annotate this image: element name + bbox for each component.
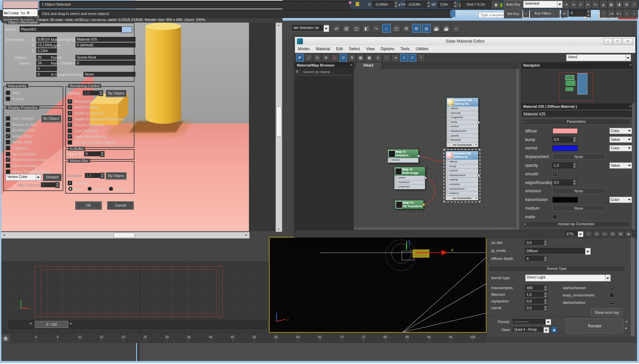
browser-body[interactable] xyxy=(295,76,354,230)
param-row-smooth[interactable]: smooth✓ xyxy=(525,170,632,178)
set-key-filters-icon[interactable]: ∘ xyxy=(523,10,529,17)
node-slot-normal[interactable]: normal xyxy=(446,169,478,173)
browser-menu-icon[interactable]: ≡ xyxy=(296,69,298,74)
node-slot-projection[interactable]: projection xyxy=(394,185,425,189)
checkbox[interactable] xyxy=(6,91,10,95)
vertex-color-arrow-icon[interactable] xyxy=(36,174,41,181)
rrprob-spinner[interactable] xyxy=(543,305,548,311)
checkbox-row[interactable]: Vertex Ticks xyxy=(6,139,50,145)
node-header[interactable]: Material #26Glossy M...− xyxy=(447,98,478,106)
param-row-normal[interactable]: normalColor xyxy=(525,144,632,153)
node-slot-filmwidth[interactable]: filmwidth xyxy=(447,138,478,143)
pick-material-icon[interactable]: ╱ xyxy=(305,54,313,62)
timeline-tick[interactable]: 50 xyxy=(249,335,259,339)
checkbox[interactable]: ✓ xyxy=(68,122,72,127)
playback-prev-icon[interactable]: ◄| xyxy=(570,0,577,9)
pan-hand-icon[interactable]: ◈ xyxy=(625,231,632,237)
node-output-connector[interactable] xyxy=(422,203,425,206)
selection-set-arrow-icon[interactable] xyxy=(323,25,329,32)
checkbox-row[interactable]: Trajectory xyxy=(6,145,50,151)
coord-z-spinner[interactable] xyxy=(453,1,458,8)
checkbox-row[interactable]: Render Occluded Objects xyxy=(68,139,124,145)
timeline-tick[interactable]: 100 xyxy=(468,335,478,339)
timeline-tick[interactable]: 75 xyxy=(358,335,368,339)
enabled-checkbox[interactable]: ✓ xyxy=(68,181,72,185)
checkbox[interactable] xyxy=(6,122,10,127)
param-spinner[interactable] xyxy=(572,179,577,186)
kernel-type-dropdown[interactable]: Direct Light xyxy=(525,274,608,281)
slate-menu-tools[interactable]: Tools xyxy=(397,46,413,52)
rrprob-field[interactable]: 0,0 xyxy=(525,305,544,311)
prev-key-icon[interactable]: ∣◄ xyxy=(607,9,615,18)
hide-unused-icon[interactable]: ⇥ xyxy=(391,54,399,62)
object-id-field[interactable]: 0 xyxy=(84,151,102,156)
param-type-dropdown[interactable]: Color xyxy=(609,197,632,203)
selection-lock-icon[interactable] xyxy=(355,2,359,6)
put-library-icon[interactable]: ⊕ xyxy=(322,54,330,62)
radio-button[interactable] xyxy=(109,187,113,191)
material-name-field[interactable]: Material #25 xyxy=(522,111,632,117)
checkbox[interactable]: ✓ xyxy=(68,99,72,104)
maxscript-mini-listener[interactable]: Welcome to M xyxy=(3,9,38,17)
visibility-field[interactable]: 1,0 xyxy=(83,91,100,95)
checkbox[interactable]: ✓ xyxy=(68,134,72,139)
material-id-icon[interactable]: 0 xyxy=(374,54,382,62)
param-color-swatch[interactable] xyxy=(552,145,578,151)
vertex-color-dropdown[interactable]: Vertex Color xyxy=(6,174,38,181)
alphachannel-checkbox[interactable]: ✓ xyxy=(609,285,614,290)
rollout-expand-icon[interactable]: + xyxy=(524,222,526,226)
assign-material-icon[interactable]: ⊡ xyxy=(314,54,321,62)
render-production-icon[interactable]: ◍ xyxy=(422,24,431,33)
material-node[interactable]: Material #26Glossy M...−diffusespecularr… xyxy=(446,97,479,147)
browser-close-icon[interactable]: × xyxy=(350,63,352,67)
param-spinner[interactable] xyxy=(572,136,577,143)
node-slot-normal[interactable]: normal xyxy=(447,124,478,129)
material-params-header[interactable]: Material #25 ( Diffuse Material ) xyxy=(521,103,633,109)
param-row-medium[interactable]: mediumNone xyxy=(525,204,632,213)
named-selection-set-dropdown[interactable]: ate Selection Se xyxy=(292,25,325,31)
object-name-field[interactable]: Plane001 xyxy=(20,26,121,32)
param-row-edgesRounding[interactable]: edgesRounding0,0 xyxy=(525,178,632,187)
timeline-tick[interactable]: 25 xyxy=(140,335,150,339)
render-button[interactable]: Render xyxy=(566,318,623,334)
zoom-region-icon[interactable]: ▭ xyxy=(601,231,608,237)
show-error-log-button[interactable]: Show error log xyxy=(591,308,622,316)
rendered-frame-icon[interactable]: ⊠ xyxy=(412,24,421,33)
rayepsilon-spinner[interactable] xyxy=(543,298,548,305)
ao-dist-field[interactable]: 3,0 xyxy=(525,240,544,246)
render-flyout-icon[interactable]: ◇ xyxy=(452,24,461,33)
next-key-icon[interactable]: ►∣ xyxy=(615,9,623,18)
timeline-tick[interactable]: 55 xyxy=(271,335,281,339)
kernel-type-arrow-icon[interactable] xyxy=(605,274,611,281)
show-map-icon[interactable]: ▦ xyxy=(357,54,364,62)
checkbox[interactable] xyxy=(6,169,10,174)
slate-menu-modes[interactable]: Modes xyxy=(295,46,313,52)
perspective-viewport[interactable]: x x xyxy=(269,237,487,333)
params-vscrollbar[interactable] xyxy=(632,103,635,230)
param-type-dropdown[interactable]: Value xyxy=(609,136,632,143)
checkbox-row[interactable]: ✓Visible to Camera xyxy=(68,110,124,116)
checkbox-row[interactable]: Never Degrade xyxy=(6,163,50,169)
timeline-tick[interactable]: 95 xyxy=(446,335,456,339)
zoom-view-icon[interactable]: ⊙ xyxy=(593,231,600,237)
gi-mode-dropdown[interactable]: Diffuse xyxy=(525,248,587,254)
params-close-icon[interactable]: × xyxy=(629,104,631,108)
coord-x-spinner[interactable] xyxy=(394,1,398,8)
maxsamples-field[interactable]: 400 xyxy=(525,285,544,291)
diffuse-depth-field[interactable]: 4 xyxy=(525,256,544,262)
zoom-selected-icon[interactable]: ⊞ xyxy=(617,231,624,237)
node-slot-displacement[interactable]: displacement xyxy=(447,129,478,134)
checkbox[interactable] xyxy=(6,96,10,101)
node-output-connector[interactable] xyxy=(477,174,480,177)
object-color-swatch[interactable] xyxy=(121,26,132,33)
material-map-browser-header[interactable]: Material/Map Browser xyxy=(295,62,354,68)
param-row-matte[interactable]: matte xyxy=(525,213,632,221)
object-id-spinner[interactable] xyxy=(100,151,105,157)
checkbox[interactable] xyxy=(6,146,10,150)
node-slot-diffuse[interactable]: diffuse xyxy=(446,160,478,164)
slate-menu-select[interactable]: Select xyxy=(346,46,363,52)
preset-dropdown[interactable]: ------------- xyxy=(513,319,547,324)
viewport-lock-icon[interactable]: ◉ xyxy=(551,326,557,333)
layer-manager-icon[interactable]: ◫ xyxy=(352,24,361,33)
next-arrow-icon[interactable]: ► xyxy=(625,326,628,330)
